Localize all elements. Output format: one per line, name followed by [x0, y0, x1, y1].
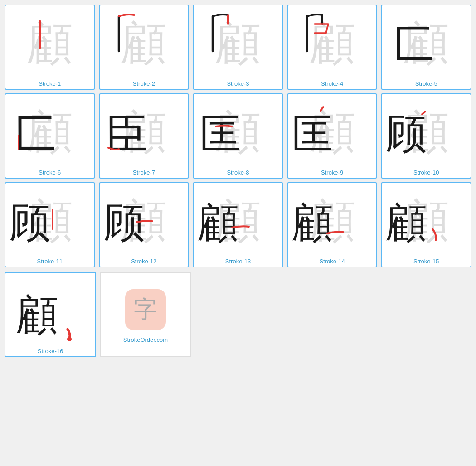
stroke-display-3: 顧	[195, 8, 281, 78]
stroke-label-2: Stroke-2	[133, 80, 155, 87]
stroke-display-12: 顧 顾	[102, 186, 187, 256]
stroke-label-6: Stroke-6	[39, 169, 61, 176]
stroke-display-15: 顧 顧	[384, 186, 469, 256]
svg-text:匚: 匚	[14, 111, 56, 157]
stroke-label-4: Stroke-4	[321, 80, 343, 87]
svg-text:匡: 匡	[200, 112, 241, 156]
stroke-svg-16: 顧	[14, 276, 87, 346]
stroke-display-11: 顧 顾	[7, 186, 92, 256]
stroke-display-1: 顧	[7, 8, 92, 78]
stroke-card-4: 顧 Stroke-4	[287, 5, 378, 90]
stroke-order-icon-char: 字	[134, 294, 157, 325]
stroke-card-5: 顧 匚 Stroke-5	[381, 5, 471, 90]
stroke-display-6: 顧 匚	[7, 97, 92, 167]
stroke-order-icon: 字	[125, 289, 166, 330]
stroke-label-10: Stroke-10	[413, 169, 439, 176]
stroke-label-1: Stroke-1	[39, 80, 61, 87]
stroke-card-2: 顧 Stroke-2	[99, 5, 189, 90]
stroke-svg-8: 匡	[195, 97, 268, 165]
stroke-label-14: Stroke-14	[319, 258, 345, 265]
stroke-svg-11: 顾	[7, 186, 80, 254]
stroke-label-15: Stroke-15	[413, 258, 439, 265]
stroke-card-7: 顧 臣 Stroke-7	[99, 93, 189, 179]
svg-text:顾: 顾	[386, 112, 427, 156]
svg-text:顧: 顧	[198, 200, 238, 245]
stroke-card-11: 顧 顾 Stroke-11	[5, 182, 95, 267]
stroke-card-8: 顧 匡 Stroke-8	[193, 93, 283, 179]
stroke-card-16: 顧 Stroke-16	[5, 272, 96, 357]
stroke-card-3: 顧 Stroke-3	[193, 5, 283, 90]
svg-text:顾: 顾	[104, 200, 145, 245]
stroke-display-5: 顧 匚	[384, 8, 469, 78]
stroke-display-14: 顧 顧	[290, 186, 375, 256]
stroke-order-site-card[interactable]: 字 StrokeOrder.com	[100, 272, 191, 357]
stroke-label-7: Stroke-7	[133, 169, 155, 176]
stroke-display-16: 顧	[14, 276, 87, 346]
stroke-card-13: 顧 顧 Stroke-13	[193, 182, 283, 267]
svg-text:匚: 匚	[393, 22, 433, 67]
svg-text:顾: 顾	[10, 200, 50, 245]
stroke-card-9: 顧 匡 Stroke-9	[287, 93, 378, 179]
stroke-svg-5: 匚	[384, 8, 456, 76]
stroke-svg-14: 顧	[290, 186, 362, 254]
stroke-label-5: Stroke-5	[415, 80, 437, 87]
stroke-display-9: 顧 匡	[290, 97, 375, 167]
stroke-card-15: 顧 顧 Stroke-15	[381, 182, 471, 267]
stroke-svg-15: 顧	[384, 186, 456, 254]
stroke-svg-12: 顾	[102, 186, 174, 254]
stroke-label-12: Stroke-12	[131, 258, 156, 265]
stroke-svg-4	[290, 8, 362, 76]
stroke-card-12: 顧 顾 Stroke-12	[99, 182, 189, 267]
stroke-label-16: Stroke-16	[38, 348, 63, 354]
stroke-svg-2	[102, 8, 174, 76]
bottom-row: 顧 Stroke-16 字 StrokeOrder.com	[0, 272, 476, 362]
svg-point-18	[67, 337, 72, 341]
stroke-label-13: Stroke-13	[225, 258, 251, 265]
stroke-display-10: 顧 顾	[384, 97, 469, 167]
stroke-label-3: Stroke-3	[227, 80, 249, 87]
stroke-label-8: Stroke-8	[227, 169, 249, 176]
svg-text:顧: 顧	[292, 200, 333, 245]
stroke-card-14: 顧 顧 Stroke-14	[287, 182, 378, 267]
stroke-grid: 顧 Stroke-1 顧 Stroke-2 顧	[0, 0, 476, 272]
stroke-svg-1	[27, 14, 73, 73]
stroke-card-10: 顧 顾 Stroke-10	[381, 93, 471, 179]
stroke-card-6: 顧 匚 Stroke-6	[5, 93, 95, 179]
stroke-display-13: 顧 顧	[195, 186, 281, 256]
stroke-display-2: 顧	[102, 8, 187, 78]
stroke-svg-13: 顧	[195, 186, 268, 254]
stroke-svg-6: 匚	[7, 97, 80, 165]
svg-text:顧: 顧	[16, 292, 58, 338]
svg-text:匡: 匡	[292, 112, 333, 156]
stroke-display-7: 顧 臣	[102, 97, 187, 167]
stroke-display-8: 顧 匡	[195, 97, 281, 167]
stroke-svg-10: 顾	[384, 97, 456, 165]
stroke-svg-9: 匡	[290, 97, 362, 165]
stroke-card-1: 顧 Stroke-1	[5, 5, 95, 90]
stroke-svg-3	[195, 8, 268, 76]
stroke-svg-7: 臣	[102, 97, 174, 165]
stroke-label-9: Stroke-9	[321, 169, 343, 176]
svg-text:顧: 顧	[386, 200, 427, 245]
stroke-display-4: 顧	[290, 8, 375, 78]
stroke-label-11: Stroke-11	[37, 258, 63, 265]
stroke-order-site-label: StrokeOrder.com	[123, 336, 168, 343]
